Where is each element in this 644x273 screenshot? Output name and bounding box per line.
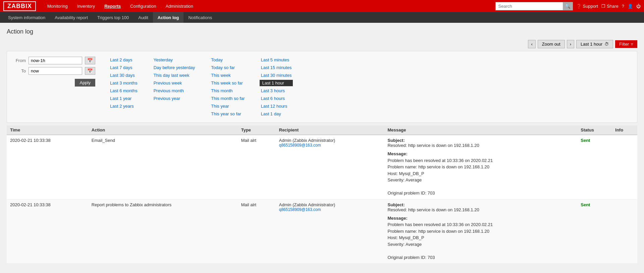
qt-today-so-far[interactable]: Today so far	[210, 64, 246, 71]
search-button[interactable]: 🔍	[563, 2, 573, 10]
cell-type-2: Mail alrt	[238, 199, 276, 264]
nav-reports[interactable]: Reports	[100, 0, 125, 12]
recipient-email-2[interactable]: q865158909@163.com	[279, 207, 381, 212]
subnav-triggers-top[interactable]: Triggers top 100	[93, 12, 133, 23]
qt-last-2-years[interactable]: Last 2 years	[109, 103, 139, 109]
cell-action-2: Report problems to Zabbix administrators	[88, 199, 238, 264]
msg-line-1-1: Problem has been resolved at 10:33:36 on…	[387, 158, 493, 163]
qt-previous-year[interactable]: Previous year	[152, 95, 197, 102]
from-input[interactable]	[29, 57, 82, 64]
qt-last-1-hour[interactable]: Last 1 hour	[260, 80, 293, 86]
message-subject-label-1: Subject:	[387, 138, 405, 143]
qt-previous-month[interactable]: Previous month	[152, 88, 197, 94]
msg-line-1-3: Host: Mysql_DB_P	[387, 171, 424, 176]
subnav-system-info[interactable]: System information	[3, 12, 50, 23]
zoom-out-label: Zoom out	[542, 42, 560, 47]
top-nav-right: 🔍 ❓ Support ❐ Share ? 👤 ⏻	[495, 2, 641, 10]
message-subject-text-1: Resolved: http service is down on 192.16…	[387, 143, 574, 148]
filter-button[interactable]: Filter ▿	[615, 40, 637, 48]
nav-inventory[interactable]: Inventory	[72, 0, 100, 12]
qt-last-5-minutes[interactable]: Last 5 minutes	[260, 57, 293, 63]
cell-info-1	[612, 135, 637, 199]
user-icon[interactable]: 👤	[628, 4, 633, 9]
msg-line-1-2: Problem name: http service is down on 19…	[387, 164, 489, 169]
nav-configuration[interactable]: Configuration	[125, 0, 161, 12]
action-log-table: Time Action Type Recipient Message Statu…	[7, 125, 637, 264]
col-status: Status	[577, 125, 612, 135]
cell-status-2: Sent	[577, 199, 612, 264]
filter-label: Filter	[619, 42, 629, 47]
col-action: Action	[88, 125, 238, 135]
from-calendar-button[interactable]: 📅	[85, 57, 95, 64]
to-input[interactable]	[29, 67, 82, 75]
help-icon[interactable]: ?	[622, 4, 624, 9]
msg-line-2-1: Problem has been resolved at 10:33:36 on…	[387, 222, 493, 227]
qt-this-week-so-far[interactable]: This week so far	[210, 80, 246, 86]
power-icon[interactable]: ⏻	[636, 4, 641, 9]
msg-line-1-4: Severity: Average	[387, 177, 422, 182]
cell-message-2: Subject: Resolved: http service is down …	[384, 199, 577, 264]
status-sent-2: Sent	[581, 202, 590, 207]
time-range-label: Last 1 hour	[581, 42, 602, 47]
recipient-email-1[interactable]: q865158909@163.com	[279, 143, 381, 148]
to-calendar-button[interactable]: 📅	[85, 67, 95, 75]
search-input[interactable]	[496, 2, 563, 10]
msg-line-2-4: Severity: Average	[387, 242, 422, 247]
qt-last-1-day[interactable]: Last 1 day	[260, 111, 293, 117]
filter-form: From 📅 To 📅 Apply	[12, 57, 95, 117]
qt-this-week[interactable]: This week	[210, 72, 246, 78]
zoom-out-button[interactable]: Zoom out	[538, 40, 565, 48]
qt-previous-week[interactable]: Previous week	[152, 80, 197, 86]
nav-monitoring[interactable]: Monitoring	[43, 0, 72, 12]
quick-times-panel: Last 2 days Last 7 days Last 30 days Las…	[109, 57, 632, 117]
quick-times-col4: Last 5 minutes Last 15 minutes Last 30 m…	[260, 57, 293, 117]
message-body-1: Message: Problem has been resolved at 10…	[387, 151, 574, 197]
qt-yesterday[interactable]: Yesterday	[152, 57, 197, 63]
qt-last-6-months[interactable]: Last 6 months	[109, 88, 139, 94]
qt-last-30-days[interactable]: Last 30 days	[109, 72, 139, 78]
next-button[interactable]: ›	[567, 40, 574, 48]
qt-last-30-minutes[interactable]: Last 30 minutes	[260, 72, 293, 78]
from-label: From	[12, 58, 26, 63]
table-row: 2020-02-21 10:33:38 Email_Send Mail alrt…	[7, 135, 637, 199]
subnav-availability[interactable]: Availability report	[50, 12, 93, 23]
cell-recipient-2: Admin (Zabbix Administrator) q865158909@…	[276, 199, 384, 264]
qt-last-3-months[interactable]: Last 3 months	[109, 80, 139, 86]
time-range-button[interactable]: Last 1 hour ⏱	[576, 40, 613, 48]
qt-last-15-minutes[interactable]: Last 15 minutes	[260, 64, 293, 71]
apply-button[interactable]: Apply	[75, 79, 95, 87]
qt-day-before-yesterday[interactable]: Day before yesterday	[152, 64, 197, 71]
qt-this-year-so-far[interactable]: This year so far	[210, 111, 246, 117]
subnav-notifications[interactable]: Notifications	[183, 12, 217, 23]
clock-icon: ⏱	[604, 42, 609, 47]
qt-today[interactable]: Today	[210, 57, 246, 63]
qt-last-6-hours[interactable]: Last 6 hours	[260, 95, 293, 102]
qt-last-3-hours[interactable]: Last 3 hours	[260, 88, 293, 94]
cell-time-2: 2020-02-21 10:33:38	[7, 199, 88, 264]
msg-line-2-2: Problem name: http service is down on 19…	[387, 229, 489, 234]
qt-last-1-year[interactable]: Last 1 year	[109, 95, 139, 102]
support-link[interactable]: ❓ Support	[576, 4, 598, 9]
share-link[interactable]: ❐ Share	[601, 4, 619, 9]
qt-this-year[interactable]: This year	[210, 103, 246, 109]
subnav-action-log[interactable]: Action log	[153, 12, 184, 23]
qt-this-month[interactable]: This month	[210, 88, 246, 94]
cell-action-1: Email_Send	[88, 135, 238, 199]
quick-times-col2: Yesterday Day before yesterday This day …	[152, 57, 197, 117]
prev-button[interactable]: ‹	[528, 40, 535, 48]
page-title: Action log	[7, 28, 637, 35]
nav-administration[interactable]: Administration	[161, 0, 198, 12]
qt-this-month-so-far[interactable]: This month so far	[210, 95, 246, 102]
qt-last-7-days[interactable]: Last 7 days	[109, 64, 139, 71]
cell-time-1: 2020-02-21 10:33:38	[7, 135, 88, 199]
page-content: Action log ‹ Zoom out › Last 1 hour ⏱ Fi…	[0, 23, 644, 269]
top-nav-items: Monitoring Inventory Reports Configurati…	[43, 0, 495, 12]
status-sent-1: Sent	[581, 138, 590, 143]
message-subject-label-2: Subject:	[387, 202, 405, 207]
qt-last-2-days[interactable]: Last 2 days	[109, 57, 139, 63]
col-message: Message	[384, 125, 577, 135]
qt-this-day-last-week[interactable]: This day last week	[152, 72, 197, 78]
qt-last-12-hours[interactable]: Last 12 hours	[260, 103, 293, 109]
top-navigation: ZABBIX Monitoring Inventory Reports Conf…	[0, 0, 644, 12]
subnav-audit[interactable]: Audit	[133, 12, 153, 23]
